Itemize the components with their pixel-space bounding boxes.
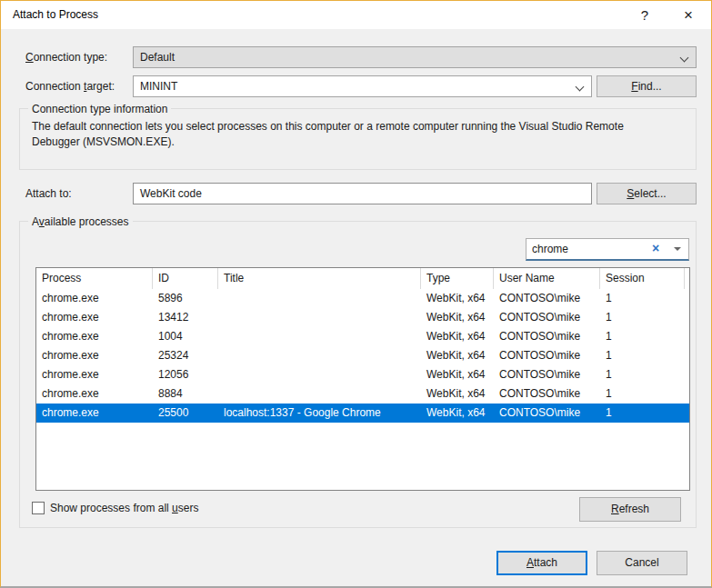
cell-session: 1 [600, 384, 685, 404]
help-icon[interactable]: ? [629, 1, 660, 29]
cell-process: chrome.exe [36, 327, 153, 346]
table-row[interactable]: chrome.exe 12056 WebKit, x64 CONTOSO\mik… [36, 365, 689, 384]
close-icon[interactable]: × [673, 1, 704, 29]
cell-title [218, 289, 421, 308]
cell-username: CONTOSO\mike [494, 327, 600, 346]
cell-title [218, 384, 421, 404]
connection-info-groupbox: Connection type information The default … [19, 108, 697, 170]
cell-process: chrome.exe [36, 308, 153, 327]
table-row[interactable]: chrome.exe 13412 WebKit, x64 CONTOSO\mik… [36, 308, 689, 327]
chevron-down-icon [680, 54, 689, 63]
connection-info-legend: Connection type information [28, 102, 171, 116]
show-all-users-label: Show processes from all users [50, 502, 198, 514]
cell-type: WebKit, x64 [421, 346, 494, 365]
cell-session: 1 [600, 346, 685, 365]
cell-username: CONTOSO\mike [494, 289, 600, 308]
cell-process: chrome.exe [36, 289, 153, 308]
cell-username: CONTOSO\mike [494, 346, 600, 365]
refresh-button[interactable]: Refresh [579, 497, 681, 522]
cell-session: 1 [600, 365, 685, 384]
cell-id: 8884 [153, 384, 218, 404]
title-bar: Attach to Process ? × [1, 1, 711, 29]
process-filter-box: × [526, 238, 689, 261]
cancel-button[interactable]: Cancel [597, 551, 687, 575]
cell-type: WebKit, x64 [421, 308, 494, 327]
cell-type: WebKit, x64 [421, 289, 494, 308]
cell-id: 5896 [153, 289, 218, 308]
checkbox-icon[interactable] [32, 502, 45, 514]
cell-process: chrome.exe [36, 346, 153, 365]
column-header-type[interactable]: Type [421, 268, 494, 289]
cell-spacer [685, 346, 690, 365]
cell-id: 13412 [153, 308, 218, 327]
cell-spacer [685, 327, 690, 346]
cell-type: WebKit, x64 [421, 384, 494, 404]
connection-type-value: Default [140, 51, 175, 64]
cell-id: 1004 [153, 327, 218, 346]
cell-session: 1 [600, 327, 685, 346]
cell-type: WebKit, x64 [421, 365, 494, 384]
process-table-header: Process ID Title Type User Name Session [36, 268, 689, 289]
column-header-process[interactable]: Process [36, 268, 153, 289]
search-dropdown-icon[interactable] [674, 247, 681, 251]
connection-info-text: The default connection lets you select p… [32, 119, 650, 150]
connection-type-dropdown[interactable]: Default [133, 46, 697, 68]
cell-session: 1 [600, 289, 685, 308]
cell-process: chrome.exe [36, 404, 153, 423]
connection-target-value: MININT [140, 80, 177, 93]
cell-type: WebKit, x64 [421, 404, 494, 423]
show-all-users-checkbox-row[interactable]: Show processes from all users [32, 500, 198, 516]
cell-title [218, 365, 421, 384]
cell-username: CONTOSO\mike [494, 384, 600, 404]
column-header-username[interactable]: User Name [494, 268, 600, 289]
cell-title [218, 308, 421, 327]
cell-title [218, 327, 421, 346]
cell-username: CONTOSO\mike [494, 404, 600, 423]
column-header-session[interactable]: Session [600, 268, 685, 289]
cell-id: 12056 [153, 365, 218, 384]
cell-id: 25500 [153, 404, 218, 423]
chevron-down-icon [576, 83, 585, 92]
cell-id: 25324 [153, 346, 218, 365]
column-header-spacer [685, 268, 690, 289]
connection-target-label: Connection target: [25, 75, 115, 97]
available-processes-legend: Available processes [28, 214, 133, 229]
process-list: chrome.exe 5896 WebKit, x64 CONTOSO\mike… [36, 289, 689, 423]
table-row[interactable]: chrome.exe 5896 WebKit, x64 CONTOSO\mike… [36, 289, 689, 308]
connection-target-combobox[interactable]: MININT [133, 75, 592, 97]
table-row[interactable]: chrome.exe 25324 WebKit, x64 CONTOSO\mik… [36, 346, 689, 365]
cell-spacer [685, 308, 690, 327]
column-header-id[interactable]: ID [153, 268, 218, 289]
cell-process: chrome.exe [36, 384, 153, 404]
cell-spacer [685, 365, 690, 384]
cell-session: 1 [600, 308, 685, 327]
table-row[interactable]: chrome.exe 8884 WebKit, x64 CONTOSO\mike… [36, 384, 689, 404]
process-table[interactable]: Process ID Title Type User Name Session … [35, 267, 690, 491]
cell-username: CONTOSO\mike [494, 308, 600, 327]
cell-session: 1 [600, 404, 685, 423]
select-button[interactable]: Select... [597, 183, 697, 204]
find-button[interactable]: Find... [597, 75, 697, 97]
connection-type-label: Connection type: [25, 46, 107, 68]
attach-to-value: WebKit code [140, 187, 202, 200]
cell-type: WebKit, x64 [421, 327, 494, 346]
cell-process: chrome.exe [36, 365, 153, 384]
dialog-title: Attach to Process [13, 1, 98, 29]
table-row[interactable]: chrome.exe 1004 WebKit, x64 CONTOSO\mike… [36, 327, 689, 346]
cell-spacer [685, 384, 690, 404]
cell-spacer [685, 404, 690, 423]
column-header-title[interactable]: Title [218, 268, 421, 289]
cell-title [218, 346, 421, 365]
cell-title: localhost:1337 - Google Chrome [218, 404, 421, 423]
attach-to-label: Attach to: [25, 183, 72, 204]
available-processes-groupbox: Available processes × Process ID Title T… [19, 221, 697, 528]
cell-spacer [685, 289, 690, 308]
process-filter-input[interactable] [526, 239, 654, 258]
attach-to-process-dialog: Attach to Process ? × Connection type: D… [0, 0, 712, 588]
attach-to-field[interactable]: WebKit code [133, 183, 592, 204]
clear-search-icon[interactable]: × [648, 239, 663, 258]
table-row[interactable]: chrome.exe 25500 localhost:1337 - Google… [36, 404, 689, 423]
cell-username: CONTOSO\mike [494, 365, 600, 384]
attach-button[interactable]: Attach [496, 551, 587, 575]
